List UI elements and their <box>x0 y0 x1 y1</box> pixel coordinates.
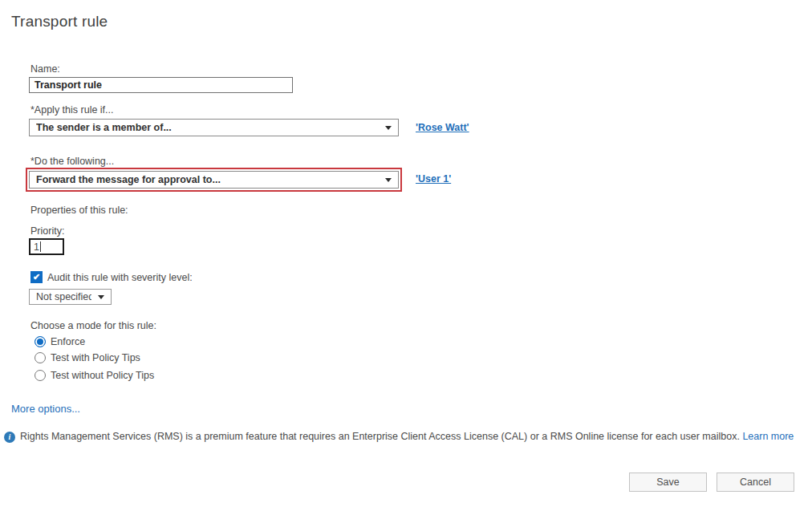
audit-checkbox-label: Audit this rule with severity level: <box>47 272 193 283</box>
page-title: Transport rule <box>11 13 108 30</box>
mode-option-test-without-tips[interactable]: Test without Policy Tips <box>35 370 154 381</box>
audit-checkbox-row: ✔ Audit this rule with severity level: <box>30 271 193 283</box>
mode-label: Choose a mode for this rule: <box>30 320 156 331</box>
rms-notice: i Rights Management Services (RMS) is a … <box>4 431 798 443</box>
more-options-link[interactable]: More options... <box>11 403 80 415</box>
priority-label: Priority: <box>30 225 64 237</box>
transport-rule-dialog: Transport rule Name: Transport rule *App… <box>0 0 812 507</box>
action-dropdown-value: Forward the message for approval to... <box>36 174 379 185</box>
severity-dropdown-value: Not specified <box>36 291 91 302</box>
condition-dropdown-value: The sender is a member of... <box>36 122 379 133</box>
properties-label: Properties of this rule: <box>30 205 128 216</box>
text-caret <box>40 241 41 252</box>
name-label: Name: <box>30 63 60 75</box>
save-button[interactable]: Save <box>629 473 707 492</box>
learn-more-link[interactable]: Learn more <box>742 431 794 442</box>
condition-dropdown[interactable]: The sender is a member of... <box>29 119 399 136</box>
mode-option-test-with-tips[interactable]: Test with Policy Tips <box>35 352 140 363</box>
cancel-button[interactable]: Cancel <box>717 473 794 492</box>
audit-checkbox[interactable]: ✔ <box>30 271 43 283</box>
radio-unselected-icon[interactable] <box>35 352 46 363</box>
chevron-down-icon <box>98 295 104 299</box>
info-icon: i <box>4 432 15 443</box>
action-label: *Do the following... <box>30 156 114 167</box>
action-highlight-box: Forward the message for approval to... <box>26 168 402 192</box>
chevron-down-icon <box>385 178 392 182</box>
condition-label: *Apply this rule if... <box>30 104 114 116</box>
mode-option-label: Enforce <box>51 336 85 347</box>
rms-notice-body: Rights Management Services (RMS) is a pr… <box>20 431 740 442</box>
action-dropdown[interactable]: Forward the message for approval to... <box>29 171 399 189</box>
priority-input[interactable]: 1 <box>29 238 64 255</box>
radio-selected-icon[interactable] <box>35 336 46 347</box>
mode-option-label: Test without Policy Tips <box>51 370 154 381</box>
name-input[interactable]: Transport rule <box>29 77 293 93</box>
chevron-down-icon <box>385 126 392 130</box>
radio-unselected-icon[interactable] <box>35 370 46 381</box>
priority-input-value: 1 <box>34 241 39 253</box>
condition-member-link[interactable]: 'Rose Watt' <box>416 122 469 133</box>
mode-option-label: Test with Policy Tips <box>51 352 140 363</box>
action-approver-link[interactable]: 'User 1' <box>416 173 451 185</box>
rms-notice-text: Rights Management Services (RMS) is a pr… <box>20 431 794 442</box>
mode-option-enforce[interactable]: Enforce <box>35 336 85 347</box>
severity-dropdown[interactable]: Not specified <box>29 289 112 305</box>
name-input-value: Transport rule <box>35 79 102 91</box>
